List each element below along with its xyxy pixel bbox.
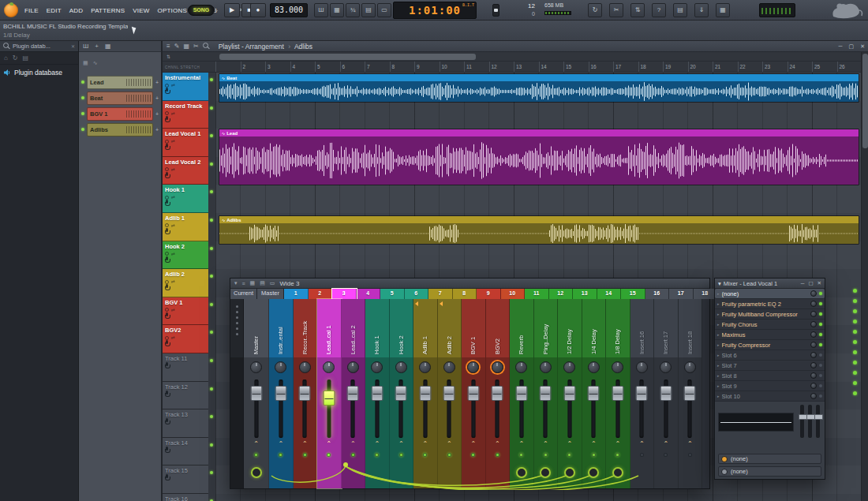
strip-enable-led[interactable] [519,453,523,457]
mute-icon[interactable] [165,84,169,88]
fx-enable-led[interactable] [819,353,822,357]
step-seq-icon[interactable]: Ш [83,43,88,50]
tab-current[interactable]: Current [230,289,257,299]
mixer-strip[interactable]: Insert 18 ⌃ [679,299,703,488]
volume-fader[interactable] [317,378,341,439]
slot-led[interactable] [853,391,857,395]
mute-icon[interactable] [165,280,169,284]
updown-icon[interactable]: ⇅ [630,3,645,17]
route-to-master-icon[interactable]: ⌃ [606,439,630,450]
send-knob[interactable] [564,467,575,478]
mute-icon[interactable] [165,336,169,340]
track-header[interactable]: Instrumental ⇄ [163,73,208,101]
volume-fader[interactable] [294,378,317,439]
play-button[interactable]: ▶ [224,3,240,17]
fx-close-icon[interactable]: ✕ [817,280,821,286]
lane-record-led[interactable] [208,382,215,410]
mixer-track-tab[interactable]: 6 [405,289,429,299]
strip-enable-led[interactable] [471,453,475,457]
pan-knob[interactable] [515,361,527,373]
channel-enable-led[interactable] [81,128,84,131]
volume-fader[interactable] [606,378,630,439]
strip-enable-led[interactable] [496,453,499,457]
fx-enable-led[interactable] [819,374,822,377]
cut-tool-icon[interactable]: ✂ [609,3,623,17]
mixer-strip[interactable]: Ping..Delay ⌃ [534,299,559,488]
lane-record-led[interactable] [208,465,215,494]
volume-fader[interactable] [413,378,437,439]
volume-fader[interactable] [582,378,606,439]
volume-fader[interactable] [244,378,268,439]
lane-record-led[interactable] [208,325,215,353]
track-header[interactable]: Lead Vocal 2 ⇄ [163,157,208,185]
browser-item-plugin-database[interactable]: Plugin database [0,67,78,78]
strip-enable-led[interactable] [327,453,331,457]
vscroll-thumb[interactable] [862,54,868,148]
volume-fader[interactable] [679,378,702,439]
fader-handle[interactable] [588,386,600,401]
volume-fader[interactable] [365,378,389,439]
fx-mix-knob[interactable] [810,342,817,348]
fx-maximize-icon[interactable]: ▢ [808,280,813,286]
fx-mix-knob[interactable] [810,352,817,358]
mixer-track-tab[interactable]: 7 [428,289,453,299]
pan-knob[interactable] [563,361,575,373]
pan-knob[interactable] [467,361,479,373]
mixer-strip[interactable]: Instr..ental ⌃ [269,299,294,488]
time-display[interactable]: 1:01:00 B.I.T [393,2,477,19]
volume-fader[interactable] [630,378,654,439]
download-icon[interactable]: ⇓ [694,3,709,17]
swing-icon[interactable]: ∿ [93,60,98,66]
route-icon[interactable]: ⇄ [171,223,175,228]
mixer-track-tab[interactable]: 11 [525,289,549,299]
strip-enable-led[interactable] [664,453,668,457]
mixer-layout-select[interactable]: Wide 3 [279,280,299,287]
pan-knob[interactable] [443,361,455,373]
route-to-master-icon[interactable]: ⌃ [462,439,485,450]
rack-menu-icon[interactable]: ▦ [105,43,111,50]
pan-knob[interactable] [347,361,359,373]
strip-enable-led[interactable] [279,453,282,457]
channel-row[interactable]: Beat + [79,90,161,106]
tempo-display[interactable]: 83.000 [270,3,308,17]
strip-enable-led[interactable] [592,453,596,457]
menu-item[interactable]: EDIT [44,6,64,16]
mixer-strip[interactable]: Lead..cal 2 ⌃ [342,299,366,488]
fader-handle[interactable] [660,386,672,401]
song-pat-switch-icon[interactable]: ▸ [215,7,218,13]
slot-led[interactable] [853,309,857,313]
slot-led[interactable] [853,361,857,365]
route-to-master-icon[interactable]: ⌃ [438,439,462,450]
mixer-track-tab[interactable]: 4 [357,289,381,299]
slot-led[interactable] [853,340,857,344]
fx-slot[interactable]: ▸ Slot 6 [715,350,825,361]
mixer-strip[interactable]: BGV 1 ⌃ [462,299,486,488]
lane-record-led[interactable] [208,241,215,270]
eq-band-fader-2[interactable] [808,405,812,438]
channel-drag-handle-icon[interactable]: + [155,80,159,85]
channel-button[interactable]: Lead [87,76,153,89]
mixer-strip[interactable]: 1/2 Delay ⌃ [558,299,582,488]
fader-handle[interactable] [443,386,455,401]
fader-handle[interactable] [323,391,335,406]
lane-record-led[interactable] [208,129,215,157]
panels-icon[interactable]: ▤ [673,3,687,17]
route-to-master-icon[interactable]: ⌃ [317,439,341,450]
strip-enable-led[interactable] [399,453,403,457]
route-icon[interactable]: ⇄ [171,308,175,312]
fx-slot[interactable]: ▸ (none) [715,289,825,299]
route-to-master-icon[interactable]: ⌃ [679,439,702,450]
mixer-menu-icon[interactable]: ▾ [234,280,238,286]
slot-led[interactable] [853,371,857,375]
mixer-strip[interactable]: Insert 16 ⌃ [630,299,655,488]
strip-enable-led[interactable] [447,453,451,457]
pan-knob[interactable] [419,361,431,373]
fx-mix-knob[interactable] [810,372,817,379]
route-to-master-icon[interactable]: ⌃ [654,439,678,450]
fx-enable-led[interactable] [819,384,822,387]
route-icon[interactable]: ⇄ [171,167,175,172]
track-header[interactable]: Lead Vocal 1 ⇄ [163,129,208,157]
channel-enable-led[interactable] [81,80,84,84]
fx-slot[interactable]: ▸ Fruity Chorus [715,320,825,330]
menu-item[interactable]: PATTERNS [88,6,127,16]
